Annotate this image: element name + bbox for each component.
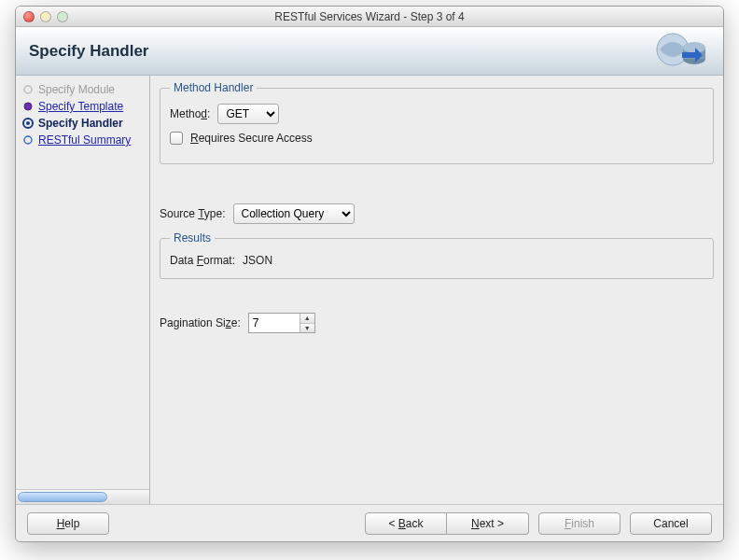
step-specify-module: Specify Module xyxy=(20,81,146,98)
nav-button-group: < Back Next > xyxy=(365,512,529,535)
step-bullet-icon xyxy=(21,83,35,96)
wizard-header: Specify Handler xyxy=(16,27,723,76)
method-select[interactable]: GET xyxy=(217,104,279,124)
next-button[interactable]: Next > xyxy=(447,512,529,535)
data-format-label: Data Format: xyxy=(170,254,235,267)
method-handler-group: Method Handler Method: GET Requires Secu… xyxy=(160,81,714,164)
sidebar-horizontal-scrollbar[interactable] xyxy=(16,489,149,504)
step-label: RESTful Summary xyxy=(38,133,131,147)
data-format-value: JSON xyxy=(243,254,272,267)
steps-sidebar: Specify Module Specify Template Specify … xyxy=(16,76,150,504)
header-graphic-icon xyxy=(641,29,716,74)
step-specify-handler[interactable]: Specify Handler xyxy=(20,115,146,132)
results-legend: Results xyxy=(170,231,215,245)
step-bullet-icon xyxy=(21,100,35,113)
svg-point-8 xyxy=(24,136,32,144)
window-controls xyxy=(16,11,68,22)
method-label: Method: xyxy=(170,107,210,120)
svg-point-5 xyxy=(24,103,32,110)
scrollbar-thumb[interactable] xyxy=(18,492,107,502)
svg-point-3 xyxy=(683,42,705,53)
wizard-window: RESTful Services Wizard - Step 3 of 4 Sp… xyxy=(15,6,724,542)
requires-secure-checkbox[interactable] xyxy=(170,132,183,145)
results-group: Results Data Format: JSON xyxy=(160,231,714,279)
finish-button[interactable]: Finish xyxy=(538,512,620,535)
form-panel: Method Handler Method: GET Requires Secu… xyxy=(150,76,723,504)
svg-point-4 xyxy=(24,86,32,93)
pagination-size-input[interactable] xyxy=(249,314,300,332)
pagination-size-spinner[interactable]: ▲ ▼ xyxy=(248,313,315,333)
minimize-icon[interactable] xyxy=(40,11,51,22)
step-label: Specify Template xyxy=(38,100,123,113)
titlebar: RESTful Services Wizard - Step 3 of 4 xyxy=(16,7,723,27)
spinner-up-icon[interactable]: ▲ xyxy=(300,314,314,324)
window-title: RESTful Services Wizard - Step 3 of 4 xyxy=(16,10,723,23)
back-button[interactable]: < Back xyxy=(365,512,447,535)
step-current-icon xyxy=(21,117,35,130)
pagination-size-label: Pagination Size: xyxy=(160,316,241,329)
step-label: Specify Handler xyxy=(38,117,123,130)
zoom-icon[interactable] xyxy=(57,11,68,22)
method-handler-legend: Method Handler xyxy=(170,81,257,94)
cancel-button[interactable]: Cancel xyxy=(630,512,712,535)
help-button[interactable]: Help xyxy=(27,512,109,535)
requires-secure-label: Requires Secure Access xyxy=(190,132,313,145)
step-label: Specify Module xyxy=(38,83,115,96)
steps-list: Specify Module Specify Template Specify … xyxy=(16,76,149,489)
source-type-label: Source Type: xyxy=(160,207,226,220)
source-type-select[interactable]: Collection Query xyxy=(233,203,355,224)
step-restful-summary[interactable]: RESTful Summary xyxy=(20,132,146,148)
close-icon[interactable] xyxy=(23,11,35,22)
svg-point-7 xyxy=(26,121,30,125)
step-bullet-icon xyxy=(21,133,35,147)
page-title: Specify Handler xyxy=(29,42,149,61)
wizard-body: Specify Module Specify Template Specify … xyxy=(16,76,723,504)
wizard-footer: Help < Back Next > Finish Cancel xyxy=(16,504,723,541)
spinner-down-icon[interactable]: ▼ xyxy=(300,324,314,333)
step-specify-template[interactable]: Specify Template xyxy=(20,98,146,115)
